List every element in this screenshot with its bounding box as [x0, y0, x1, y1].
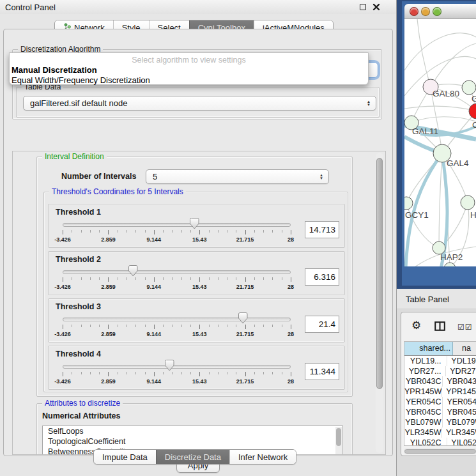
network-graph: GAL80GACGAL11GAL4GCY1HHAP2 [404, 19, 476, 266]
network-edge[interactable] [417, 19, 431, 87]
float-window-icon[interactable] [360, 4, 366, 10]
table-panel-body: ⚙ ☑☑ shared... na YDL19...YDL19...YDR27.… [397, 309, 476, 476]
slider-tick-label: 2.859 [89, 378, 127, 385]
network-edge[interactable] [404, 106, 476, 111]
zoom-traffic-light[interactable] [433, 7, 441, 16]
numerical-attributes-heading: Numerical Attributes [42, 411, 120, 420]
table-row[interactable]: YIL052CYIL052C [404, 438, 476, 446]
network-edge[interactable] [411, 117, 476, 123]
number-of-intervals-value: 5 [153, 172, 157, 181]
threshold-value-field[interactable]: 21.4 [305, 316, 339, 333]
threshold-value-field[interactable]: 6.316 [305, 268, 339, 286]
close-icon[interactable] [372, 3, 380, 11]
slider-tick-label: 15.43 [180, 284, 219, 290]
minimize-traffic-light[interactable] [421, 7, 430, 16]
number-of-intervals-combobox[interactable]: 5 ▲▼ [146, 169, 329, 184]
threshold-value-field[interactable]: 11.344 [305, 363, 339, 380]
table-data-combobox[interactable]: galFiltered.sif default node ▲▼ [23, 96, 376, 111]
table-data-value: galFiltered.sif default node [30, 98, 127, 108]
close-traffic-light[interactable] [410, 7, 418, 16]
algorithm-option[interactable]: Equal Width/Frequency Discretization [11, 75, 368, 85]
table-row[interactable]: YDR27...YDR27... [404, 366, 476, 376]
attribute-item[interactable]: SelfLoops [43, 426, 342, 436]
slider-tick-label: 9.144 [135, 331, 173, 337]
network-node[interactable] [461, 196, 475, 210]
table-horizontal-scrollbar[interactable] [404, 449, 476, 454]
cyni-toolbox-panel: Discretization Algorithm Table Data galF… [3, 29, 393, 456]
columns-icon[interactable] [434, 321, 445, 331]
column-header-shared-name[interactable]: shared... [404, 342, 453, 355]
checkbox-icons[interactable]: ☑☑ [457, 323, 473, 332]
network-edge[interactable] [439, 203, 468, 248]
slider-thumb[interactable] [189, 217, 200, 230]
network-node-label: C [472, 120, 476, 130]
algorithm-dropdown-popup: Select algorithm to view settings Manual… [9, 52, 369, 85]
threshold-panel: Threshold 2-3.4262.8599.14415.4321.71528… [48, 251, 345, 295]
slider-thumb[interactable] [128, 265, 139, 277]
threshold-label: Threshold 4 [56, 349, 101, 358]
slider-tick-label: -3.426 [43, 331, 82, 337]
node-table-header[interactable]: shared... na [404, 342, 476, 356]
network-view-window[interactable]: GAL80GACGAL11GAL4GCY1HHAP2 [397, 0, 476, 289]
network-node[interactable] [462, 81, 476, 95]
algorithm-option[interactable]: Manual Discretization [11, 65, 368, 75]
network-node[interactable] [404, 197, 413, 210]
tab-label: Discretize Data [165, 452, 221, 462]
cell-name: YBL079W [443, 417, 476, 427]
column-header-name[interactable]: na [453, 342, 476, 355]
cell-name: YBR045C [443, 407, 476, 417]
node-table[interactable]: shared... na YDL19...YDL19...YDR27...YDR… [404, 341, 476, 446]
slider-tick-label: 9.144 [135, 284, 173, 290]
threshold-panel: Threshold 3-3.4262.8599.14415.4321.71528… [48, 298, 345, 342]
attribute-item[interactable]: TopologicalCoefficient [43, 436, 342, 447]
network-canvas[interactable]: GAL80GACGAL11GAL4GCY1HHAP2 [404, 19, 476, 266]
slider-tick-label: 28 [272, 284, 310, 290]
table-row[interactable]: YDL19...YDL19... [404, 356, 476, 366]
slider-tick-label: 21.715 [226, 378, 265, 385]
cell-shared-name: YDL19... [404, 356, 447, 366]
tab-impute-data[interactable]: Impute Data [94, 450, 156, 464]
slider-tick-label: 2.859 [89, 236, 127, 243]
cell-name: YIL052C [447, 438, 476, 446]
cell-name: YPR145W [442, 387, 476, 397]
tab-discretize-data[interactable]: Discretize Data [156, 450, 229, 464]
threshold-list: Threshold 1-3.4262.8599.14415.4321.71528… [44, 192, 349, 393]
slider-track[interactable] [63, 318, 291, 321]
settings-vertical-scrollbar[interactable] [376, 153, 383, 453]
table-panel-card: ⚙ ☑☑ shared... na YDL19...YDL19...YDR27.… [401, 312, 476, 456]
slider-track[interactable] [63, 270, 291, 274]
cell-name: YDR27... [446, 366, 476, 376]
table-row[interactable]: YBR045CYBR045C [404, 407, 476, 417]
threshold-label: Threshold 1 [56, 208, 101, 217]
slider-tick-label: 28 [272, 378, 310, 385]
slider-thumb[interactable] [164, 359, 175, 372]
slider-tick-label: 9.144 [135, 236, 173, 243]
table-row[interactable]: YER054CYER054C [404, 397, 476, 407]
control-panel-titlebar: Control Panel [0, 0, 396, 14]
slider-track[interactable] [63, 223, 291, 227]
combo-arrows-icon: ▲▼ [319, 174, 323, 180]
slider-thumb[interactable] [238, 312, 249, 325]
table-row[interactable]: YBL079WYBL079W [404, 417, 476, 427]
table-panel-title: Table Panel [406, 295, 449, 304]
tab-infer-network[interactable]: Infer Network [229, 450, 296, 464]
table-row[interactable]: YPR145WYPR145W [404, 387, 476, 397]
slider-tick-label: 21.715 [226, 236, 265, 243]
network-window-titlebar[interactable] [404, 4, 476, 19]
table-row[interactable]: YBR043CYBR043C [404, 376, 476, 387]
cell-shared-name: YBL079W [404, 417, 443, 427]
network-node-label: H [470, 210, 476, 220]
cell-shared-name: YLR345W [404, 427, 442, 438]
network-node[interactable] [444, 263, 456, 266]
gear-icon[interactable]: ⚙ [411, 319, 421, 332]
threshold-value-field[interactable]: 14.713 [305, 221, 339, 238]
attributes-scrollbar[interactable] [335, 427, 342, 455]
network-edge[interactable] [439, 153, 442, 248]
cell-name: YER054C [443, 397, 476, 407]
network-node-label: GAL11 [412, 127, 438, 136]
slider-track[interactable] [63, 365, 291, 369]
table-row[interactable]: YLR345WYLR345W [404, 427, 476, 438]
network-edge[interactable] [404, 33, 476, 70]
attributes-group: Attributes to discretize Numerical Attri… [36, 403, 353, 455]
slider-tick-label: -3.426 [43, 284, 82, 290]
